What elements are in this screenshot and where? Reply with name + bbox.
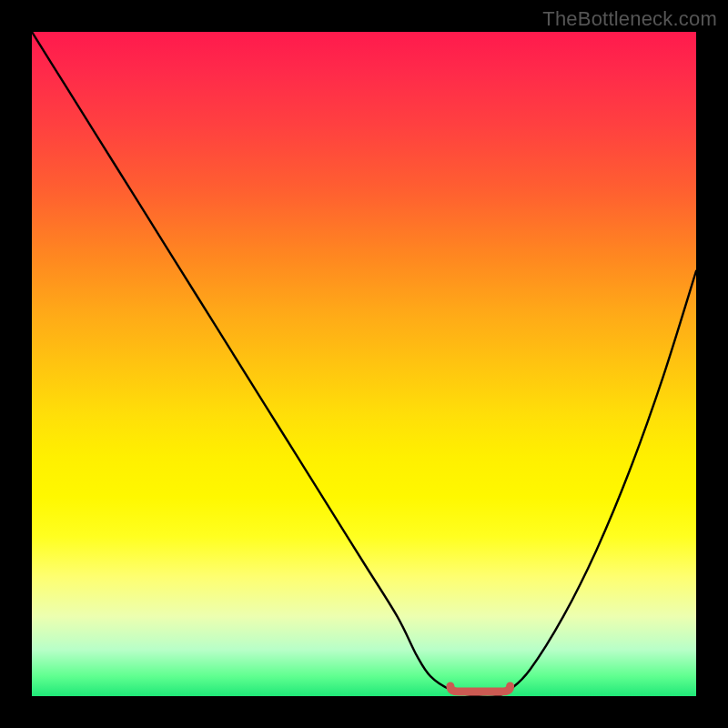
watermark-text: TheBottleneck.com xyxy=(542,7,717,31)
plot-area xyxy=(32,32,696,696)
chart-frame: TheBottleneck.com xyxy=(0,0,728,728)
optimal-range-marker xyxy=(32,32,696,696)
